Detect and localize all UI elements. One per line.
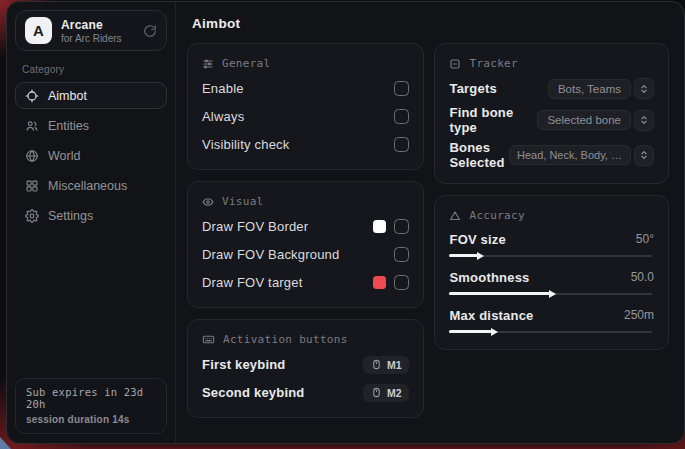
globe-icon	[25, 149, 39, 163]
setting-row-fov-border: Draw FOV Border	[202, 215, 409, 238]
visual-card: Visual Draw FOV Border Draw FOV Backgrou…	[187, 181, 424, 308]
brand-logo: A	[25, 17, 52, 44]
setting-label: Bones Selected	[449, 140, 509, 170]
setting-row-fov-background: Draw FOV Background	[202, 243, 409, 266]
setting-label: Draw FOV target	[202, 275, 303, 290]
chevrons-up-down-icon	[634, 110, 654, 131]
chevrons-up-down-icon	[634, 145, 654, 166]
subscription-info-card: Sub expires in 23d 20h session duration …	[15, 378, 167, 434]
refresh-icon[interactable]	[143, 24, 157, 38]
targets-select[interactable]: Bots, Teams	[548, 78, 654, 99]
setting-row-enable: Enable	[202, 77, 409, 100]
sidebar-item-world[interactable]: World	[15, 142, 167, 169]
setting-row-find-bone-type: Find bone type Selected bone	[449, 105, 654, 135]
sidebar-item-entities[interactable]: Entities	[15, 112, 167, 139]
slider-fill[interactable]	[449, 292, 549, 295]
general-card: General Enable Always Visibility check	[187, 43, 424, 170]
sidebar-nav: Aimbot Entities Wo	[15, 82, 167, 229]
bones-selected-select[interactable]: Head, Neck, Body, Fe...	[509, 145, 654, 166]
sidebar-item-label: Miscellaneous	[48, 179, 127, 193]
setting-row-fov-size: FOV size 50°	[449, 229, 654, 260]
brand-title: Arcane	[61, 18, 122, 32]
crosshair-icon	[25, 89, 39, 103]
smoothness-slider[interactable]	[449, 289, 654, 298]
tracker-card: Tracker Targets Bots, Teams	[434, 43, 669, 184]
setting-row-second-keybind: Second keybind M2	[202, 381, 409, 404]
sidebar-item-miscellaneous[interactable]: Miscellaneous	[15, 172, 167, 199]
visibility-check-checkbox[interactable]	[394, 137, 409, 152]
setting-label: Draw FOV Background	[202, 247, 339, 262]
find-bone-type-select[interactable]: Selected bone	[537, 110, 654, 131]
brand-card: A Arcane for Arc Riders	[15, 10, 167, 51]
setting-label: Targets	[449, 81, 496, 96]
box-minus-icon	[449, 58, 461, 70]
setting-label: Draw FOV Border	[202, 219, 308, 234]
card-title: Accuracy	[469, 209, 524, 222]
max-distance-value: 250m	[624, 308, 654, 322]
keyboard-icon	[202, 333, 215, 346]
first-keybind-button[interactable]: M1	[363, 356, 410, 374]
setting-row-first-keybind: First keybind M1	[202, 353, 409, 376]
accuracy-card: Accuracy FOV size 50°	[434, 195, 669, 350]
setting-label: First keybind	[202, 357, 286, 372]
second-keybind-button[interactable]: M2	[363, 384, 410, 402]
targets-select-value: Bots, Teams	[548, 79, 631, 99]
setting-label: Max distance	[449, 308, 533, 323]
setting-label: Second keybind	[202, 385, 305, 400]
gear-icon	[25, 209, 39, 223]
sidebar-item-label: Settings	[48, 209, 93, 223]
setting-row-always: Always	[202, 105, 409, 128]
page-title: Aimbot	[192, 16, 669, 31]
sidebar-item-settings[interactable]: Settings	[15, 202, 167, 229]
setting-row-fov-target: Draw FOV target	[202, 271, 409, 294]
setting-label: Visibility check	[202, 137, 290, 152]
setting-label: Smoothness	[449, 270, 529, 285]
chevrons-up-down-icon	[634, 78, 654, 99]
mouse-icon	[371, 359, 382, 370]
fov-size-value: 50°	[636, 232, 654, 246]
mouse-icon	[371, 387, 382, 398]
eye-icon	[202, 196, 214, 208]
smoothness-value: 50.0	[631, 270, 654, 284]
fov-size-slider[interactable]	[449, 251, 654, 260]
setting-row-visibility-check: Visibility check	[202, 133, 409, 156]
fov-border-checkbox[interactable]	[394, 219, 409, 234]
fov-border-color-swatch[interactable]	[373, 220, 386, 233]
main-content: Aimbot General	[176, 2, 684, 443]
fov-background-checkbox[interactable]	[394, 247, 409, 262]
sidebar-item-label: Entities	[48, 119, 89, 133]
bones-selected-select-value: Head, Neck, Body, Fe...	[509, 145, 631, 165]
fov-target-checkbox[interactable]	[394, 275, 409, 290]
sidebar: A Arcane for Arc Riders Category	[7, 2, 176, 443]
max-distance-slider[interactable]	[449, 327, 654, 336]
keybind-value: M1	[387, 359, 402, 371]
setting-label: Always	[202, 109, 244, 124]
always-checkbox[interactable]	[394, 109, 409, 124]
card-title: General	[222, 57, 270, 70]
activation-buttons-card: Activation buttons First keybind M1	[187, 319, 424, 418]
setting-row-max-distance: Max distance 250m	[449, 305, 654, 336]
fov-target-color-swatch[interactable]	[373, 276, 386, 289]
sub-expiry-text: Sub expires in 23d 20h	[26, 386, 156, 410]
slider-fill[interactable]	[449, 330, 492, 333]
sidebar-item-aimbot[interactable]: Aimbot	[15, 82, 167, 109]
sidebar-item-label: World	[48, 149, 80, 163]
sliders-icon	[202, 58, 214, 70]
slider-fill[interactable]	[449, 254, 478, 257]
enable-checkbox[interactable]	[394, 81, 409, 96]
session-duration-text: session duration 14s	[26, 414, 156, 425]
find-bone-type-select-value: Selected bone	[537, 110, 631, 130]
keybind-value: M2	[387, 387, 402, 399]
setting-row-targets: Targets Bots, Teams	[449, 77, 654, 100]
entities-icon	[25, 119, 39, 133]
setting-label: FOV size	[449, 232, 506, 247]
setting-label: Enable	[202, 81, 244, 96]
setting-row-bones-selected: Bones Selected Head, Neck, Body, Fe...	[449, 140, 654, 170]
card-title: Visual	[222, 195, 264, 208]
desktop-background: A Arcane for Arc Riders Category	[0, 0, 685, 449]
setting-row-smoothness: Smoothness 50.0	[449, 267, 654, 298]
card-title: Activation buttons	[223, 333, 348, 346]
card-title: Tracker	[469, 57, 517, 70]
app-window: A Arcane for Arc Riders Category	[6, 1, 685, 444]
category-label: Category	[22, 64, 160, 75]
